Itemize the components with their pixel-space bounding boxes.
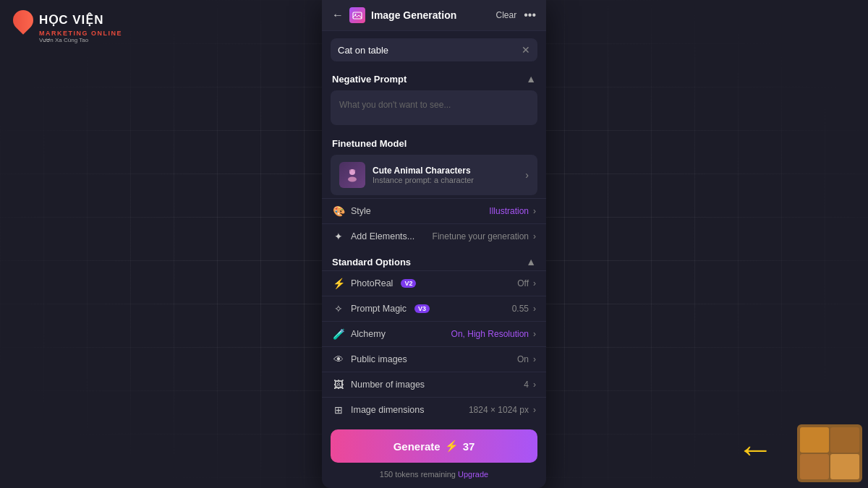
style-label: Style <box>351 206 371 216</box>
number-of-images-label: Number of images <box>351 380 425 390</box>
model-left: Cute Animal Characters Instance prompt: … <box>339 162 474 188</box>
svg-point-5 <box>354 170 355 171</box>
model-name: Cute Animal Characters <box>373 166 474 176</box>
prompt-magic-chevron: › <box>533 304 536 314</box>
prompt-magic-label-group: ✧ Prompt Magic V3 <box>332 303 430 314</box>
logo-sub: Vươn Xa Cùng Tao <box>39 38 122 44</box>
generate-area: Generate ⚡ 37 <box>331 429 537 463</box>
thumb-cell-4 <box>830 454 859 479</box>
svg-point-3 <box>348 177 357 182</box>
generate-token-icon: ⚡ <box>445 440 459 453</box>
negative-prompt-placeholder: What you don't want to see... <box>339 100 451 110</box>
public-images-label: Public images <box>351 354 407 364</box>
prompt-magic-label: Prompt Magic <box>351 304 407 314</box>
image-dimensions-row[interactable]: ⊞ Image dimensions 1824 × 1024 px › <box>322 397 546 422</box>
add-elements-value-group: Finetune your generation › <box>433 231 536 241</box>
thumb-cell-3 <box>800 454 829 479</box>
alchemy-chevron: › <box>533 329 536 339</box>
photoreal-label-group: ⚡ PhotoReal V2 <box>332 278 416 289</box>
header-actions: Clear ••• <box>496 9 537 22</box>
standard-options-section: Standard Options ▲ ⚡ PhotoReal V2 Off › … <box>322 252 546 422</box>
alchemy-label-group: 🧪 Alchemy <box>332 328 386 340</box>
style-value-group: Illustration › <box>489 206 536 216</box>
public-images-value-group: On › <box>517 354 536 364</box>
photoreal-label: PhotoReal <box>351 278 393 288</box>
style-row[interactable]: 🎨 Style Illustration › <box>322 198 546 223</box>
style-label-group: 🎨 Style <box>332 205 371 217</box>
add-elements-label: Add Elements... <box>351 231 414 241</box>
generate-button[interactable]: Generate ⚡ 37 <box>331 429 537 463</box>
prompt-magic-icon: ✧ <box>332 303 345 314</box>
photoreal-badge: V2 <box>401 279 416 288</box>
photoreal-chevron: › <box>533 278 536 288</box>
public-images-row[interactable]: 👁 Public images On › <box>322 346 546 372</box>
token-info: 150 tokens remaining Upgrade <box>322 467 546 486</box>
alchemy-icon: 🧪 <box>332 328 345 340</box>
prompt-magic-value-group: 0.55 › <box>512 304 536 314</box>
image-dimensions-value-group: 1824 × 1024 px › <box>469 405 536 415</box>
clear-button[interactable]: Clear <box>496 10 517 20</box>
image-dimensions-label-group: ⊞ Image dimensions <box>332 404 424 416</box>
alchemy-row[interactable]: 🧪 Alchemy On, High Resolution › <box>322 321 546 346</box>
token-remaining-text: 150 tokens remaining <box>380 470 456 479</box>
model-card[interactable]: Cute Animal Characters Instance prompt: … <box>331 155 537 195</box>
style-icon: 🎨 <box>332 205 345 217</box>
standard-options-section-header: Standard Options ▲ <box>322 252 546 270</box>
add-elements-label-group: ✦ Add Elements... <box>332 231 414 242</box>
negative-prompt-area[interactable]: What you don't want to see... <box>331 90 537 125</box>
number-of-images-label-group: 🖼 Number of images <box>332 379 425 390</box>
photoreal-value-group: Off › <box>517 278 536 288</box>
logo: HỌC VIỆN MARKETING ONLINE Vươn Xa Cùng T… <box>13 10 122 44</box>
negative-prompt-section-header: Negative Prompt ▲ <box>322 69 546 87</box>
thumb-cell-2 <box>830 427 859 453</box>
generate-label: Generate <box>393 440 441 453</box>
image-gen-icon <box>349 7 365 23</box>
photoreal-row[interactable]: ⚡ PhotoReal V2 Off › <box>322 270 546 296</box>
model-thumbnail <box>339 162 365 188</box>
photoreal-icon: ⚡ <box>332 278 345 289</box>
alchemy-label: Alchemy <box>351 329 386 339</box>
standard-options-title: Standard Options <box>332 257 411 267</box>
number-of-images-icon: 🖼 <box>332 379 345 390</box>
public-images-chevron: › <box>533 354 536 364</box>
prompt-clear-button[interactable]: ✕ <box>522 44 530 56</box>
add-elements-row[interactable]: ✦ Add Elements... Finetune your generati… <box>322 223 546 249</box>
generate-token-count: 37 <box>463 440 475 453</box>
more-options-button[interactable]: ••• <box>524 9 536 22</box>
thumbnail-grid <box>797 424 862 482</box>
add-elements-value: Finetune your generation <box>433 231 529 241</box>
style-value: Illustration <box>489 206 529 216</box>
prompt-input[interactable] <box>338 45 516 56</box>
prompt-magic-value: 0.55 <box>512 304 529 314</box>
number-of-images-row[interactable]: 🖼 Number of images 4 › <box>322 372 546 397</box>
model-sub: Instance prompt: a character <box>373 176 474 184</box>
finetuned-model-title: Finetuned Model <box>332 138 407 149</box>
model-chevron: › <box>525 169 529 181</box>
image-dimensions-value: 1824 × 1024 px <box>469 405 529 415</box>
header-left: ← Image Generation <box>332 7 456 23</box>
negative-prompt-toggle[interactable]: ▲ <box>526 73 536 85</box>
number-of-images-value-group: 4 › <box>524 380 536 390</box>
alchemy-value: On, High Resolution <box>451 329 529 339</box>
alchemy-value-group: On, High Resolution › <box>451 329 536 339</box>
number-of-images-chevron: › <box>533 380 536 390</box>
standard-options-toggle[interactable]: ▲ <box>526 256 536 267</box>
back-button[interactable]: ← <box>332 9 344 22</box>
number-of-images-value: 4 <box>524 380 529 390</box>
finetuned-model-section-header: Finetuned Model <box>322 134 546 152</box>
add-elements-icon: ✦ <box>332 231 345 242</box>
prompt-magic-row[interactable]: ✧ Prompt Magic V3 0.55 › <box>322 296 546 321</box>
prompt-input-bar[interactable]: ✕ <box>331 38 537 61</box>
image-dimensions-label: Image dimensions <box>351 405 424 415</box>
model-info: Cute Animal Characters Instance prompt: … <box>373 166 474 184</box>
upgrade-link[interactable]: Upgrade <box>458 470 488 479</box>
negative-prompt-title: Negative Prompt <box>332 74 407 85</box>
add-elements-chevron: › <box>533 231 536 241</box>
prompt-magic-badge: V3 <box>414 304 430 313</box>
public-images-value: On <box>517 354 529 364</box>
panel-header: ← Image Generation Clear ••• <box>322 0 546 31</box>
public-images-label-group: 👁 Public images <box>332 354 407 365</box>
panel-title: Image Generation <box>371 9 456 21</box>
arrow-symbol: ← <box>736 430 774 468</box>
image-dimensions-icon: ⊞ <box>332 404 345 416</box>
